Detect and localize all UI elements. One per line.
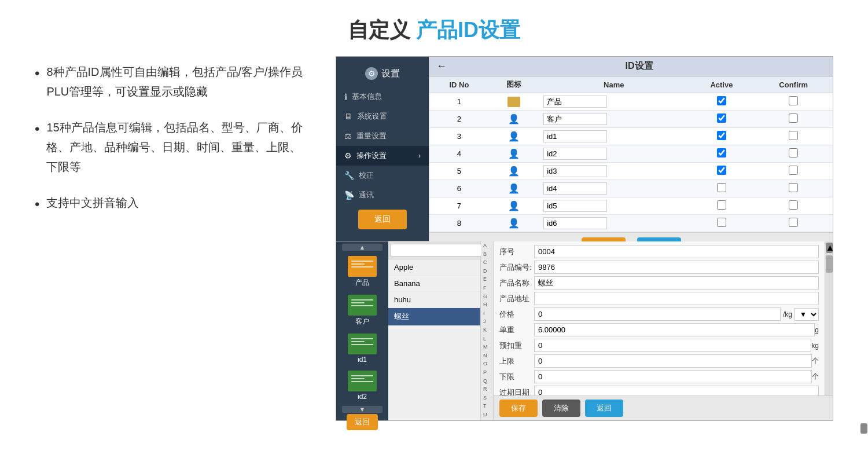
alpha-letter[interactable]: E <box>481 275 493 284</box>
sidebar-back-area: 返回 <box>358 205 407 240</box>
name-input[interactable] <box>543 113 607 125</box>
product-list-item[interactable]: Banana <box>388 276 480 292</box>
alpha-letter[interactable]: V <box>481 419 493 420</box>
alpha-letter[interactable]: L <box>481 335 493 343</box>
alpha-letter[interactable]: C <box>481 258 493 267</box>
product-list-item[interactable]: Apple <box>388 259 480 276</box>
confirm-checkbox[interactable] <box>789 166 798 175</box>
detail-input-7[interactable] <box>534 354 812 368</box>
alpha-letter[interactable]: M <box>481 343 493 351</box>
scroll-up-handle[interactable]: ▲ <box>826 243 833 253</box>
alpha-letter[interactable]: P <box>481 368 493 377</box>
cell-active <box>689 111 754 128</box>
alpha-letter[interactable]: G <box>481 292 493 301</box>
product-list-header: ✕ <box>388 241 480 259</box>
icon-item-customer[interactable]: 客户 <box>342 292 382 329</box>
alpha-letter[interactable]: A <box>481 241 493 250</box>
detail-label: 下限 <box>499 372 534 382</box>
detail-input-2[interactable] <box>534 276 819 290</box>
icon-item-product[interactable]: 产品 <box>342 253 382 291</box>
confirm-checkbox[interactable] <box>789 218 798 227</box>
sidebar-item-operation[interactable]: ⚙ 操作设置 › <box>336 146 429 166</box>
detail-footer: 保存 清除 返回 <box>494 395 833 420</box>
alpha-letter[interactable]: K <box>481 326 493 335</box>
confirm-checkbox[interactable] <box>789 200 798 210</box>
detail-input-9[interactable] <box>534 386 819 395</box>
icon-item-id1[interactable]: id1 <box>342 331 382 367</box>
alpha-letter[interactable]: R <box>481 385 493 394</box>
alpha-letter[interactable]: S <box>481 394 493 402</box>
product-list-item[interactable]: huhu <box>388 292 480 308</box>
sidebar-title-label: 设置 <box>381 68 400 80</box>
active-checkbox[interactable] <box>717 148 726 157</box>
detail-input-6[interactable] <box>534 339 811 352</box>
name-input[interactable] <box>543 148 607 160</box>
icon-item-id2[interactable]: id2 <box>342 368 382 404</box>
alpha-letter[interactable]: I <box>481 309 493 318</box>
name-input[interactable] <box>543 217 607 229</box>
detail-row: 上限 个 <box>499 354 819 368</box>
active-checkbox[interactable] <box>717 183 726 192</box>
sidebar-item-weight[interactable]: ⚖ 重量设置 <box>336 126 429 146</box>
settings-back-button[interactable]: 返回 <box>358 210 407 229</box>
clear-button[interactable]: 清除 <box>542 400 580 417</box>
active-checkbox[interactable] <box>717 96 726 105</box>
detail-input-1[interactable] <box>534 261 819 274</box>
scroll-down-button[interactable]: ▼ <box>342 406 382 413</box>
alpha-letter[interactable]: F <box>481 284 493 292</box>
detail-input-3[interactable] <box>534 292 819 305</box>
product-search-input[interactable] <box>391 244 486 257</box>
alpha-letter[interactable]: N <box>481 351 493 360</box>
table-row: 7👤 <box>429 197 833 215</box>
name-input[interactable] <box>543 96 607 108</box>
settings-icon: ⚙ <box>344 151 352 160</box>
detail-scrollbar[interactable]: ▲ <box>825 241 833 395</box>
alpha-letter[interactable]: B <box>481 250 493 259</box>
alpha-letter[interactable]: J <box>481 317 493 326</box>
confirm-checkbox[interactable] <box>789 131 798 140</box>
sidebar-item-calibration[interactable]: 🔧 校正 <box>336 166 429 185</box>
icon-sidebar-back-button[interactable]: 返回 <box>347 414 378 430</box>
confirm-checkbox[interactable] <box>789 183 798 192</box>
confirm-checkbox[interactable] <box>789 113 798 123</box>
name-input[interactable] <box>543 130 607 142</box>
product-list-item[interactable]: 螺丝 <box>388 308 480 326</box>
person-icon: 👤 <box>508 131 520 141</box>
sidebar-item-comm[interactable]: 📡 通讯 <box>336 185 429 205</box>
id-settings-panel: ← ID设置 ID No 图标 Name Active Confirm <box>429 57 833 241</box>
alpha-letter[interactable]: T <box>481 402 493 411</box>
detail-input-0[interactable] <box>534 245 819 258</box>
icon-label-customer: 客户 <box>355 317 369 327</box>
active-checkbox[interactable] <box>717 113 726 123</box>
confirm-checkbox[interactable] <box>789 148 798 157</box>
detail-row: 产品名称 <box>499 276 819 290</box>
detail-input-5[interactable] <box>534 323 815 336</box>
alpha-letter[interactable]: O <box>481 360 493 368</box>
name-input[interactable] <box>543 200 607 212</box>
name-input[interactable] <box>543 165 607 177</box>
price-unit-select[interactable]: ▼ <box>795 308 819 321</box>
scroll-up-button[interactable]: ▲ <box>342 244 382 251</box>
save-button[interactable]: 保存 <box>499 400 538 417</box>
alpha-letter[interactable]: H <box>481 301 493 309</box>
alpha-letter[interactable]: U <box>481 411 493 419</box>
alpha-letter[interactable]: D <box>481 267 493 276</box>
active-checkbox[interactable] <box>717 131 726 140</box>
price-input[interactable] <box>534 307 781 321</box>
cell-confirm <box>755 128 833 145</box>
icon-label-id1: id1 <box>358 356 367 364</box>
active-checkbox[interactable] <box>717 166 726 175</box>
field-unit: 个 <box>812 356 819 366</box>
active-checkbox[interactable] <box>717 218 726 227</box>
alpha-letter[interactable]: Q <box>481 377 493 386</box>
detail-back-button[interactable]: 返回 <box>585 400 623 417</box>
confirm-checkbox[interactable] <box>789 96 798 105</box>
name-input[interactable] <box>543 182 607 195</box>
sidebar-item-basic[interactable]: ℹ 基本信息 <box>336 87 429 107</box>
detail-input-8[interactable] <box>534 370 812 383</box>
sidebar-item-system[interactable]: 🖥 系统设置 <box>336 107 429 126</box>
active-checkbox[interactable] <box>717 200 726 210</box>
id-settings-back-icon[interactable]: ← <box>436 60 447 72</box>
cell-confirm <box>755 111 833 128</box>
scroll-thumb[interactable] <box>826 255 833 273</box>
